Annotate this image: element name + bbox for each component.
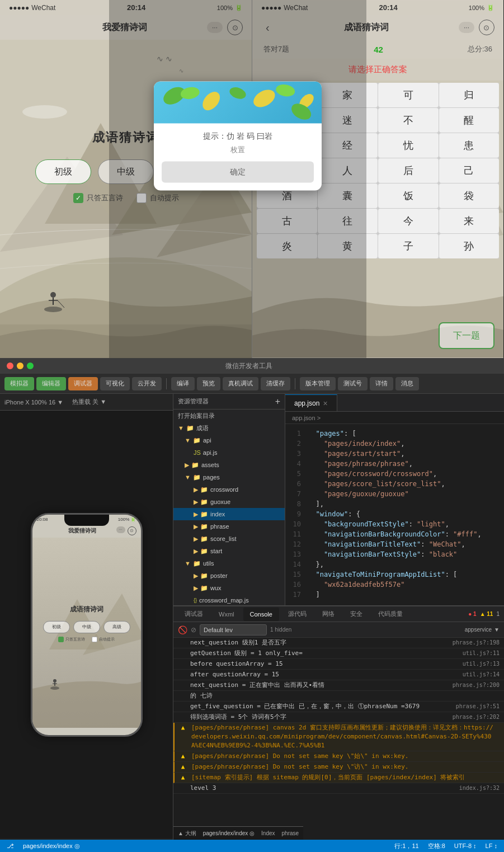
tree-api-js[interactable]: JS api.js	[173, 446, 285, 459]
tree-utils-folder[interactable]: ▼ 📁 utils	[173, 557, 285, 569]
editor-tab-btn[interactable]: 编辑器	[36, 377, 66, 390]
next-question-button[interactable]: 下一题	[439, 322, 494, 349]
tree-guoxue-folder[interactable]: ▶ 📁 guoxue	[173, 496, 285, 508]
tree-index-folder[interactable]: ▶ 📁 index	[173, 508, 285, 520]
tree-crossword-folder[interactable]: ▶ 📁 crossword	[173, 483, 285, 496]
answer-cell-gui[interactable]: 归	[439, 83, 500, 107]
popup-confirm-button[interactable]: 确定	[162, 162, 314, 183]
tree-crossword-map-js[interactable]: {} crossword_map.js	[173, 594, 285, 605]
answer-cell-dai[interactable]: 袋	[439, 183, 500, 208]
log-loc-1[interactable]: phrase.js?:198	[453, 638, 500, 647]
statusbar-path: pages/index/index ◎	[23, 842, 80, 850]
tree-pages-folder[interactable]: ▼ 📁 pages	[173, 471, 285, 483]
test-account-btn[interactable]: 测试号	[338, 377, 368, 390]
inner-target-icon[interactable]: ⊙	[128, 526, 136, 535]
debug-tab-wxml[interactable]: Wxml	[212, 608, 241, 621]
answer-cell-you[interactable]: 忧	[378, 133, 439, 158]
real-device-btn[interactable]: 真机调试	[223, 377, 258, 390]
log-loc-4[interactable]: util.js?:14	[463, 670, 500, 679]
tree-wux-folder[interactable]: ▶ 📁 wux	[173, 582, 285, 594]
popup-leaves-area	[154, 82, 322, 124]
debug-tab-debugger[interactable]: 调试器	[178, 608, 210, 621]
answer-cell-huan[interactable]: 患	[439, 133, 500, 158]
right-battery-icon: 🔋	[487, 4, 494, 11]
simulator-tab[interactable]: 模拟器	[4, 377, 34, 390]
tree-assets-folder[interactable]: ▶ 📁 assets	[173, 459, 285, 471]
debug-tab-security[interactable]: 安全	[343, 608, 369, 621]
debug-tab-quality[interactable]: 代码质量	[371, 608, 409, 621]
inner-more-icon[interactable]: ···	[116, 526, 125, 533]
version-manage-btn[interactable]: 版本管理	[300, 377, 336, 390]
tab-close-icon[interactable]: ×	[323, 399, 327, 408]
debugger-tab[interactable]: 调试器	[68, 377, 98, 390]
minimize-button[interactable]	[17, 363, 23, 369]
stop-on-error-icon[interactable]: ⊘	[191, 626, 196, 634]
visual-tab[interactable]: 可视化	[100, 377, 130, 390]
cloud-dev-tab[interactable]: 云开发	[132, 377, 162, 390]
clear-console-icon[interactable]: 🚫	[178, 625, 187, 634]
inner-medium-btn[interactable]: 中级	[73, 621, 100, 633]
preview-btn[interactable]: 预览	[197, 377, 220, 390]
answer-cell-hou[interactable]: 后	[378, 158, 439, 183]
inner-cb-auto[interactable]: 自动提示	[92, 637, 115, 642]
log-icon-5	[178, 681, 186, 690]
debug-tab-sources[interactable]: 源代码	[281, 608, 313, 621]
answer-cell-xing[interactable]: 醒	[439, 108, 500, 133]
compile-btn[interactable]: 编译	[171, 377, 195, 390]
tree-api-folder[interactable]: ▼ 📁 api	[173, 434, 285, 446]
answer-cell-lai[interactable]: 来	[439, 209, 500, 233]
log-loc-level3[interactable]: index.js?:32	[459, 784, 500, 793]
log-loc-5[interactable]: phrase.js?:200	[453, 681, 500, 690]
inner-cb-auto-box[interactable]	[92, 637, 97, 642]
tree-phrase-folder[interactable]: ▶ 📁 phrase	[173, 520, 285, 533]
debug-tab-network[interactable]: 网络	[315, 608, 341, 621]
inner-app-title: 成语猜诗词	[70, 582, 103, 621]
close-button[interactable]	[7, 363, 13, 369]
debug-tab-console[interactable]: Console	[243, 608, 279, 621]
right-target-icon[interactable]: ⊙	[479, 20, 494, 35]
answer-cell-jin[interactable]: 今	[378, 209, 439, 233]
inner-advanced-btn[interactable]: 高级	[103, 621, 130, 633]
message-btn[interactable]: 消息	[395, 377, 419, 390]
code-text-4: "pages/phrase/phrase",	[308, 459, 500, 469]
tree-poster-folder[interactable]: ▶ 📁 poster	[173, 569, 285, 582]
line-num-1: 1	[290, 429, 308, 439]
appservice-toggle-icon[interactable]: ▼	[494, 627, 500, 633]
inner-beginner-btn[interactable]: 初级	[43, 621, 70, 633]
answer-cell-zi[interactable]: 子	[378, 234, 439, 258]
level-btn-beginner[interactable]: 初级	[35, 159, 91, 184]
inner-cb-five-box[interactable]	[58, 637, 64, 642]
utils-folder-icon: 📁	[193, 560, 201, 567]
clear-cache-btn[interactable]: 清缓存	[261, 377, 290, 390]
log-level-filter[interactable]	[200, 624, 267, 636]
log-loc-3[interactable]: util.js?:13	[463, 660, 500, 669]
details-btn[interactable]: 详情	[370, 377, 393, 390]
maximize-button[interactable]	[27, 363, 34, 369]
log-line-warn-4: ▲ [sitemap 索引提示] 根据 sitemap 的规则[0]，当前页面 …	[173, 773, 504, 783]
app-json-tab[interactable]: app.json ×	[285, 394, 337, 411]
tree-project-root[interactable]: ▼ 📁 成语	[173, 422, 285, 434]
tree-open-folder[interactable]: 打开始案目录	[173, 409, 285, 422]
log-loc-2[interactable]: util.js?:11	[463, 649, 500, 658]
checkbox-five-box[interactable]: ✓	[73, 193, 83, 203]
answer-cell-fan[interactable]: 饭	[378, 183, 439, 208]
answer-cell-ke[interactable]: 可	[378, 83, 439, 107]
console-log-content: next_question 级别1 是否五字 phrase.js?:198 ge…	[173, 638, 504, 852]
answer-cell-bu[interactable]: 不	[378, 108, 439, 133]
log-loc-8[interactable]: phrase.js?:202	[453, 713, 500, 722]
tree-score-folder[interactable]: ▶ 📁 score_list	[173, 533, 285, 545]
log-loc-7[interactable]: phrase.js?:51	[456, 702, 500, 711]
index-folder-icon: 📁	[200, 511, 208, 518]
inner-cb-five[interactable]: 只答五言诗	[58, 637, 85, 642]
tree-start-folder[interactable]: ▶ 📁 start	[173, 545, 285, 557]
right-more-icon[interactable]: ···	[459, 22, 474, 33]
line-num-3: 3	[290, 449, 308, 459]
nav-index-item[interactable]: pages/index/index ◎	[203, 830, 255, 836]
answer-cell-ji[interactable]: 己	[439, 158, 500, 183]
code-content[interactable]: 1 "pages": [ 2 "pages/index/index", 3 "p…	[285, 424, 504, 605]
svg-point-25	[180, 86, 200, 100]
answer-cell-sun[interactable]: 孙	[439, 234, 500, 258]
tree-add-icon[interactable]: +	[275, 397, 280, 407]
log-icon-level3	[178, 784, 186, 793]
inner-cb-five-label: 只答五言诗	[65, 637, 85, 642]
